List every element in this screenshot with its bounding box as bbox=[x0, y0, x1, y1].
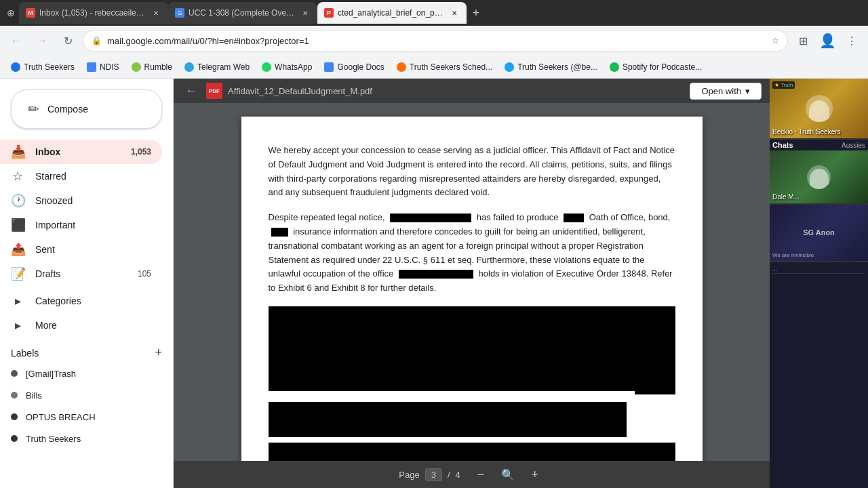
person-2-silhouette bbox=[810, 169, 829, 189]
redacted-block-1 bbox=[269, 306, 675, 391]
person-2-avatar bbox=[807, 165, 831, 189]
nav-starred[interactable]: ☆ Starred bbox=[0, 164, 162, 188]
page-separator: / bbox=[448, 470, 450, 480]
bookmark-truth-seekers-sched[interactable]: Truth Seekers Sched... bbox=[391, 60, 498, 75]
compose-icon: ✏ bbox=[28, 101, 39, 117]
bookmark-ndis[interactable]: NDIS bbox=[81, 60, 125, 75]
tab-gmail-title: Inbox (1,053) - rebeccaeileen78... bbox=[39, 8, 146, 18]
bookmark-ts-sched-label: Truth Seekers Sched... bbox=[410, 62, 492, 72]
url-text: mail.google.com/mail/u/0/?hl=en#inbox?pr… bbox=[107, 36, 766, 46]
tab-pdf-close[interactable]: ✕ bbox=[449, 7, 460, 18]
browser-chrome: ⊕ M Inbox (1,053) - rebeccaeileen78... ✕… bbox=[0, 0, 868, 79]
new-tab-button[interactable]: + bbox=[467, 3, 486, 22]
page-number[interactable]: 3 bbox=[425, 468, 442, 481]
bookmark-spotify-label: Spotify for Podcaste... bbox=[623, 62, 702, 72]
bookmark-spotify[interactable]: Spotify for Podcaste... bbox=[604, 60, 707, 75]
more-chevron-icon: ▸ bbox=[11, 318, 24, 333]
bookmark-star-icon[interactable]: ☆ bbox=[772, 36, 779, 45]
chats-label: Chats bbox=[772, 141, 793, 149]
back-button[interactable]: ← bbox=[5, 30, 27, 52]
tab-pdf-title: cted_analytical_brief_on_ppps_... bbox=[338, 8, 445, 18]
page-label: Page bbox=[399, 470, 419, 480]
gmail-sidebar: ✏ Compose 📥 Inbox 1,053 ☆ Starred 🕐 Snoo… bbox=[0, 79, 174, 488]
nav-sent[interactable]: 📤 Sent bbox=[0, 237, 162, 262]
bookmark-truth-seekers[interactable]: Truth Seekers bbox=[5, 60, 80, 75]
nav-important[interactable]: ⬛ Important bbox=[0, 213, 162, 237]
bookmark-ndis-favicon bbox=[87, 62, 96, 72]
bookmark-whatsapp[interactable]: WhatsApp bbox=[256, 60, 317, 75]
address-bar: ← → ↻ 🔒 mail.google.com/mail/u/0/?hl=en#… bbox=[0, 26, 868, 56]
nav-snoozed[interactable]: 🕐 Snoozed bbox=[0, 188, 162, 213]
nav-more-label: More bbox=[35, 320, 151, 331]
nav-important-label: Important bbox=[35, 220, 151, 230]
profile-menu-btn[interactable]: ⊕ bbox=[3, 5, 19, 21]
compose-button[interactable]: ✏ Compose bbox=[11, 89, 162, 129]
tab-ucc[interactable]: G UCC 1-308 (Complete Overvie... ✕ bbox=[168, 2, 317, 24]
redacted-block-3 bbox=[269, 443, 675, 461]
person-1-avatar bbox=[806, 95, 833, 122]
nav-inbox-label: Inbox bbox=[35, 146, 120, 157]
tab-ucc-favicon: G bbox=[175, 8, 184, 18]
bookmark-telegram[interactable]: Telegram Web bbox=[179, 60, 255, 75]
video-tile-2-label: Dale M... bbox=[772, 193, 800, 201]
label-bills[interactable]: Bills bbox=[0, 384, 173, 406]
drafts-icon: 📝 bbox=[11, 266, 24, 281]
open-with-chevron-icon: ▾ bbox=[745, 86, 750, 96]
profile-btn[interactable]: 👤 bbox=[816, 30, 838, 52]
label-gmail-trash[interactable]: [Gmail]Trash bbox=[0, 363, 173, 384]
person-silhouette bbox=[809, 100, 829, 122]
video-tile-1-label: Beckio · Truth Seekers bbox=[772, 128, 841, 136]
nav-starred-label: Starred bbox=[35, 171, 151, 182]
tab-pdf[interactable]: P cted_analytical_brief_on_ppps_... ✕ bbox=[317, 2, 467, 24]
sg-anon-name: SG Anon bbox=[803, 228, 835, 237]
forward-button[interactable]: → bbox=[31, 30, 53, 52]
nav-drafts[interactable]: 📝 Drafts 105 bbox=[0, 262, 162, 286]
bookmark-spotify-favicon bbox=[610, 62, 619, 72]
pdf-bottom-bar: Page 3 / 4 − 🔍 + bbox=[174, 461, 770, 488]
video-tile-3: SG Anon We are Invincible bbox=[770, 205, 868, 262]
para2-start: Despite repeated legal notice, bbox=[269, 212, 385, 222]
inbox-icon: 📥 bbox=[11, 144, 24, 159]
tab-gmail-close[interactable]: ✕ bbox=[151, 7, 161, 18]
bookmark-rumble-label: Rumble bbox=[144, 62, 172, 72]
tab-ucc-close[interactable]: ✕ bbox=[300, 7, 311, 18]
nav-categories[interactable]: ▸ Categories bbox=[0, 289, 162, 313]
tab-gmail[interactable]: M Inbox (1,053) - rebeccaeileen78... ✕ bbox=[19, 2, 168, 24]
bookmark-rumble[interactable]: Rumble bbox=[126, 60, 178, 75]
starred-icon: ☆ bbox=[11, 169, 24, 184]
redacted-image-1 bbox=[269, 306, 675, 391]
zoom-out-button[interactable]: − bbox=[471, 465, 490, 484]
zoom-in-button[interactable]: + bbox=[526, 465, 545, 484]
redacted-name-2 bbox=[399, 270, 473, 279]
open-with-button[interactable]: Open with ▾ bbox=[690, 83, 762, 100]
menu-btn[interactable]: ⋮ bbox=[841, 30, 863, 52]
chats-header: Chats Aussies bbox=[770, 140, 868, 150]
redacted-image-1-extra bbox=[635, 367, 675, 394]
nav-drafts-label: Drafts bbox=[35, 268, 127, 279]
refresh-button[interactable]: ↻ bbox=[57, 30, 79, 52]
url-bar[interactable]: 🔒 mail.google.com/mail/u/0/?hl=en#inbox?… bbox=[83, 30, 788, 52]
bookmark-google-docs[interactable]: Google Docs bbox=[319, 60, 389, 75]
pdf-toolbar: ← PDF Affidavit_12_DefaultJudgment_M.pdf… bbox=[174, 79, 770, 103]
pdf-content[interactable]: We hereby accept your concession to ceas… bbox=[174, 103, 770, 461]
nav-more[interactable]: ▸ More bbox=[0, 313, 162, 338]
chat-messages: ... bbox=[770, 262, 868, 488]
label-optus-breach[interactable]: OPTUS BREACH bbox=[0, 406, 173, 428]
redacted-block-2 bbox=[269, 402, 627, 437]
label-truth-seekers[interactable]: Truth Seekers bbox=[0, 428, 173, 449]
nav-inbox[interactable]: 📥 Inbox 1,053 bbox=[0, 140, 162, 164]
page-controls: Page 3 / 4 bbox=[399, 468, 460, 481]
sent-icon: 📤 bbox=[11, 242, 24, 257]
redacted-word-1 bbox=[564, 214, 584, 222]
pdf-paragraph-1: We hereby accept your concession to ceas… bbox=[269, 144, 675, 200]
pdf-back-button[interactable]: ← bbox=[182, 81, 201, 100]
labels-add-icon[interactable]: + bbox=[155, 346, 162, 360]
para2-mid1: has failed to produce bbox=[477, 212, 559, 222]
labels-header[interactable]: Labels + bbox=[0, 343, 173, 363]
bookmark-whatsapp-label: WhatsApp bbox=[275, 62, 312, 72]
bookmark-ts-twitter-favicon bbox=[505, 62, 514, 72]
pdf-viewer: ← PDF Affidavit_12_DefaultJudgment_M.pdf… bbox=[174, 79, 770, 488]
bookmark-truth-seekers-twitter[interactable]: Truth Seekers (@be... bbox=[499, 60, 603, 75]
extensions-btn[interactable]: ⊞ bbox=[792, 30, 814, 52]
pdf-paragraph-2: Despite repeated legal notice, has faile… bbox=[269, 211, 675, 296]
